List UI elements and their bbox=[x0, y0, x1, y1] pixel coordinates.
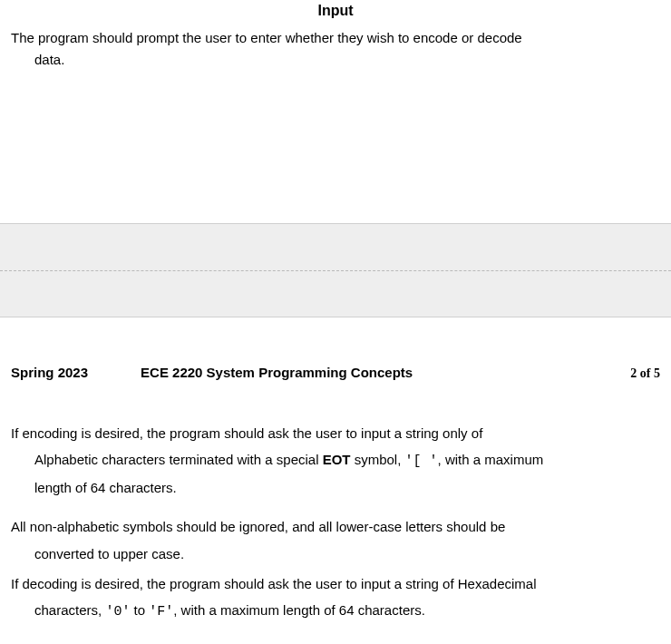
text: to bbox=[130, 602, 149, 618]
body-text: The program should prompt the user to en… bbox=[11, 30, 522, 45]
decode-paragraph: If decoding is desired, the program shou… bbox=[11, 571, 660, 626]
page-number: 2 of 5 bbox=[630, 364, 660, 383]
eot-symbol: '[ ' bbox=[405, 454, 438, 469]
ignore-paragraph: All non-alphabetic symbols should be ign… bbox=[11, 513, 660, 567]
text: Alphabetic characters terminated with a … bbox=[34, 452, 323, 467]
text-cont: converted to upper case. bbox=[11, 541, 660, 567]
section-heading-input: Input bbox=[11, 0, 660, 22]
text: symbol, bbox=[351, 452, 405, 467]
text: , with a maximum bbox=[438, 452, 544, 467]
page-break-gap bbox=[0, 223, 671, 317]
encode-paragraph: If encoding is desired, the program shou… bbox=[11, 420, 660, 502]
text-cont: Alphabetic characters terminated with a … bbox=[11, 446, 660, 474]
hex-range-start: '0' bbox=[105, 604, 130, 620]
input-description: The program should prompt the user to en… bbox=[11, 27, 660, 71]
hex-range-end: 'F' bbox=[149, 604, 173, 620]
text: If encoding is desired, the program shou… bbox=[11, 425, 482, 441]
eot-label: EOT bbox=[323, 452, 351, 467]
body-text-cont: data. bbox=[11, 49, 660, 71]
text: characters, bbox=[34, 602, 105, 618]
text: All non-alphabetic symbols should be ign… bbox=[11, 519, 505, 534]
page-top-section: Input The program should prompt the user… bbox=[0, 0, 671, 71]
text: If decoding is desired, the program shou… bbox=[11, 576, 537, 591]
text: , with a maximum length of 64 characters… bbox=[173, 602, 425, 618]
page-header: Spring 2023 ECE 2220 System Programming … bbox=[11, 363, 660, 384]
quit-paragraph: The program should continue to input and… bbox=[11, 638, 660, 644]
term-label: Spring 2023 bbox=[11, 363, 88, 384]
text-cont: length of 64 characters. bbox=[11, 474, 660, 501]
page-two: Spring 2023 ECE 2220 System Programming … bbox=[0, 317, 671, 644]
course-title: ECE 2220 System Programming Concepts bbox=[141, 363, 630, 384]
text-cont: characters, '0' to 'F', with a maximum l… bbox=[11, 597, 660, 625]
